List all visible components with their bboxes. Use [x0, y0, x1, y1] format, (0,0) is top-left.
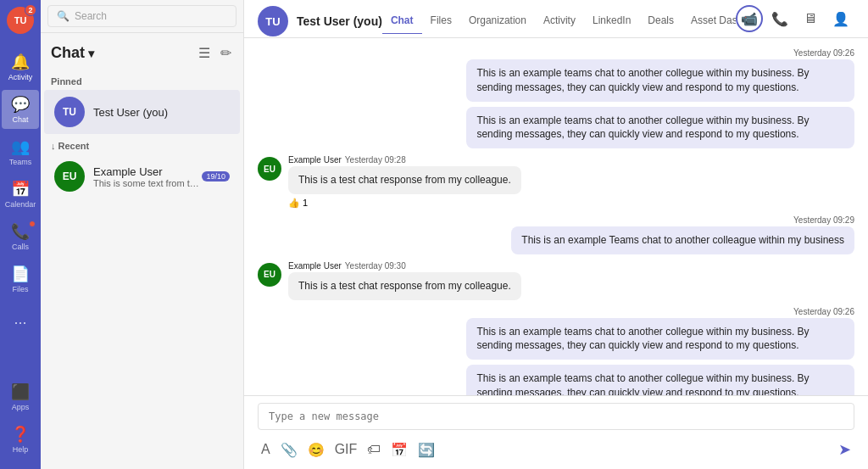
- filter-button[interactable]: ☰: [197, 43, 212, 63]
- people-button[interactable]: 👤: [827, 5, 854, 32]
- message-meta: Example User Yesterday 09:30: [288, 261, 521, 271]
- sidebar-item-calls[interactable]: 📞 Calls: [2, 217, 39, 256]
- tab-deals[interactable]: Deals: [639, 9, 682, 34]
- activity-label: Activity: [8, 73, 33, 81]
- tab-linkedin[interactable]: LinkedIn: [584, 9, 639, 34]
- pinned-section: Pinned TU Test User (you): [41, 70, 243, 137]
- share-icon: 🖥: [804, 11, 817, 26]
- attach-button[interactable]: 📎: [277, 438, 301, 461]
- help-icon: ❓: [11, 425, 30, 444]
- message-bubble: This is an example teams chat to another…: [466, 107, 854, 149]
- sidebar-item-files[interactable]: 📄 Files: [2, 260, 39, 299]
- chat-list-title: Chat ▾: [51, 44, 94, 62]
- chat-list-header: Chat ▾ ☰ ✏: [41, 33, 243, 70]
- share-screen-button[interactable]: 🖥: [797, 5, 824, 32]
- chat-header-name: Test User (you): [297, 14, 382, 28]
- tab-files[interactable]: Files: [422, 9, 460, 34]
- message-bubble: This is an example Teams chat to another…: [511, 226, 854, 254]
- calls-dot: [29, 221, 36, 227]
- chat-header-avatar: TU: [258, 6, 288, 36]
- tab-activity[interactable]: Activity: [535, 9, 584, 34]
- teams-icon: 👥: [11, 137, 30, 156]
- message-sender: Example User: [288, 261, 342, 271]
- tab-organization[interactable]: Organization: [460, 9, 535, 34]
- user-avatar[interactable]: TU 2: [7, 7, 34, 34]
- pinned-chat-item[interactable]: TU Test User (you): [44, 90, 240, 134]
- calendar-label: Calendar: [5, 200, 36, 209]
- sidebar-item-more[interactable]: ···: [2, 309, 39, 338]
- chat-title-text: Chat: [51, 44, 85, 62]
- message-content: Example User Yesterday 09:28 This is a t…: [288, 155, 521, 209]
- send-button[interactable]: ➤: [835, 437, 854, 462]
- sidebar-item-chat[interactable]: 💬 Chat: [2, 90, 39, 129]
- more-icon: ···: [14, 314, 26, 332]
- pinned-chat-info: Test User (you): [93, 106, 230, 119]
- files-icon: 📄: [11, 265, 30, 283]
- chat-icon: 💬: [11, 95, 30, 114]
- message-meta: Yesterday 09:26: [793, 307, 854, 316]
- message-bubble: This is an example teams chat to another…: [466, 59, 854, 102]
- gif-button[interactable]: GIF: [331, 438, 361, 461]
- recent-chat-meta: 19/10: [202, 171, 230, 181]
- audio-call-button[interactable]: 📞: [766, 5, 793, 32]
- notification-badge: 2: [25, 4, 36, 16]
- message-bubble: This is a test chat response from my col…: [288, 272, 521, 300]
- messages-area[interactable]: Yesterday 09:26 This is an example teams…: [244, 38, 868, 395]
- message-meta: Example User Yesterday 09:28: [288, 155, 521, 165]
- message-content: Example User Yesterday 09:30 This is a t…: [288, 261, 521, 300]
- sidebar-item-help[interactable]: ❓ Help: [2, 420, 39, 459]
- compose-input[interactable]: [258, 403, 854, 430]
- compose-toolbar: A 📎 😊 GIF 🏷 📅 🔄 ➤: [258, 433, 854, 462]
- format-button[interactable]: A: [258, 438, 274, 461]
- recent-chat-item[interactable]: EU Example User This is some text from t…: [44, 154, 240, 198]
- pinned-chat-name: Test User (you): [93, 106, 230, 119]
- search-bar[interactable]: 🔍 Search: [47, 5, 236, 27]
- loop-button[interactable]: 🔄: [415, 438, 438, 461]
- message-time: Yesterday 09:30: [345, 261, 406, 271]
- message-time: Yesterday 09:29: [793, 215, 854, 225]
- sticker-button[interactable]: 🏷: [364, 438, 384, 461]
- message-avatar: EU: [258, 157, 281, 181]
- message-time: Yesterday 09:26: [793, 307, 854, 316]
- sidebar-item-teams[interactable]: 👥 Teams: [2, 132, 39, 171]
- rail-bottom: ⬛ Apps ❓ Help: [2, 377, 39, 462]
- help-label: Help: [13, 445, 29, 454]
- chat-tabs: Chat Files Organization Activity LinkedI…: [382, 9, 736, 34]
- message-time: Yesterday 09:26: [793, 48, 854, 58]
- tab-chat[interactable]: Chat: [382, 9, 422, 34]
- emoji-button[interactable]: 😊: [304, 438, 328, 461]
- message-content: Yesterday 09:26 This is an example teams…: [466, 48, 854, 148]
- pinned-label: Pinned: [41, 73, 243, 90]
- sidebar-item-calendar[interactable]: 📅 Calendar: [2, 175, 39, 214]
- chat-list-actions: ☰ ✏: [197, 43, 233, 63]
- chat-header-actions: 📹 📞 🖥 👤: [736, 5, 854, 37]
- new-chat-button[interactable]: ✏: [219, 43, 233, 63]
- phone-icon: 📞: [771, 11, 788, 27]
- message-bubble: This is an example teams chat to another…: [466, 365, 854, 395]
- recent-chat-info: Example User This is some text from the …: [93, 165, 202, 188]
- video-icon: 📹: [741, 11, 758, 27]
- message-avatar: EU: [258, 263, 281, 287]
- video-call-button[interactable]: 📹: [736, 5, 763, 32]
- nav-rail: TU 2 🔔 Activity 💬 Chat 👥 Teams 📅 Calenda…: [0, 0, 41, 469]
- tab-asset-dashboard[interactable]: Asset Dashboard - Exa...: [682, 9, 736, 34]
- message-bubble: This is an example teams chat to another…: [466, 318, 854, 360]
- search-placeholder: Search: [75, 10, 107, 22]
- message-content: Yesterday 09:26 This is an example teams…: [466, 307, 854, 395]
- message-reaction: 👍 1: [288, 198, 521, 209]
- sidebar-item-apps[interactable]: ⬛ Apps: [2, 377, 39, 416]
- message-meta: Yesterday 09:29: [793, 215, 854, 225]
- teams-label: Teams: [9, 158, 32, 166]
- files-label: Files: [12, 285, 28, 293]
- pinned-avatar: TU: [54, 97, 85, 127]
- chevron-down-icon[interactable]: ▾: [88, 47, 94, 60]
- message-row: EU Example User Yesterday 09:30 This is …: [258, 261, 854, 300]
- schedule-button[interactable]: 📅: [387, 438, 411, 461]
- message-row: Yesterday 09:26 This is an example teams…: [258, 48, 854, 148]
- sidebar-item-activity[interactable]: 🔔 Activity: [2, 47, 39, 87]
- recent-avatar: EU: [54, 161, 85, 192]
- unread-badge: 19/10: [202, 171, 230, 181]
- apps-icon: ⬛: [11, 382, 30, 401]
- people-icon: 👤: [832, 11, 849, 27]
- chat-header-left: TU Test User (you): [258, 6, 382, 36]
